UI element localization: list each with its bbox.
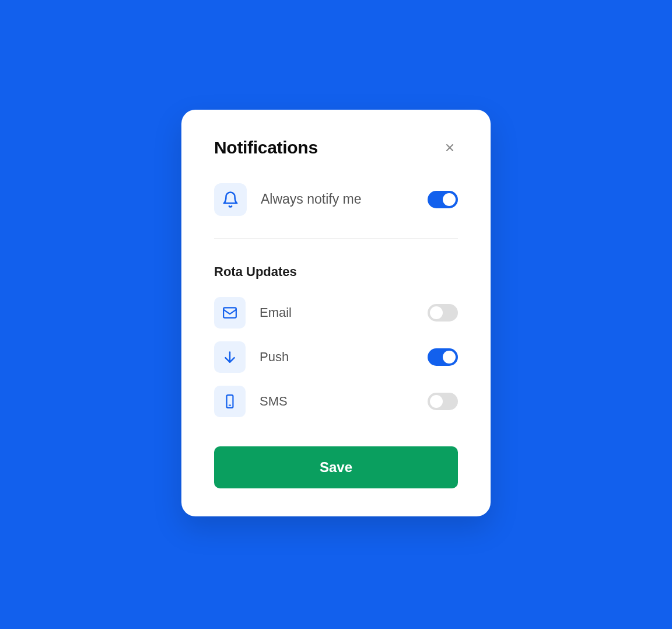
push-toggle[interactable] — [428, 348, 458, 366]
modal-title: Notifications — [214, 138, 318, 158]
bell-icon — [222, 191, 239, 208]
icon-box — [214, 183, 247, 216]
option-left: Always notify me — [214, 183, 362, 216]
always-notify-label: Always notify me — [261, 191, 362, 207]
divider — [214, 238, 458, 239]
modal-header: Notifications — [214, 138, 458, 158]
email-toggle[interactable] — [428, 304, 458, 322]
toggle-knob — [430, 395, 443, 408]
save-button[interactable]: Save — [214, 446, 458, 488]
notifications-modal: Notifications Always notify me Rota Upda… — [181, 110, 491, 516]
icon-box — [214, 341, 246, 373]
close-icon — [444, 142, 456, 153]
svg-rect-2 — [223, 307, 236, 317]
sms-toggle[interactable] — [428, 393, 458, 410]
sms-option-row: SMS — [214, 386, 458, 417]
option-left: Push — [214, 341, 289, 373]
options-list: Email Push — [214, 297, 458, 417]
envelope-icon — [222, 305, 237, 320]
always-notify-row: Always notify me — [214, 183, 458, 216]
icon-box — [214, 297, 246, 329]
option-left: SMS — [214, 386, 288, 417]
arrow-down-icon — [222, 350, 237, 365]
push-option-row: Push — [214, 341, 458, 373]
toggle-knob — [443, 351, 456, 364]
email-label: Email — [260, 305, 292, 320]
icon-box — [214, 386, 246, 417]
push-label: Push — [260, 350, 289, 365]
section-title: Rota Updates — [214, 264, 458, 279]
always-notify-toggle[interactable] — [428, 191, 458, 208]
option-left: Email — [214, 297, 292, 329]
email-option-row: Email — [214, 297, 458, 329]
close-button[interactable] — [442, 139, 458, 156]
toggle-knob — [443, 193, 456, 206]
toggle-knob — [430, 306, 443, 319]
sms-label: SMS — [260, 394, 288, 409]
phone-icon — [222, 394, 237, 409]
